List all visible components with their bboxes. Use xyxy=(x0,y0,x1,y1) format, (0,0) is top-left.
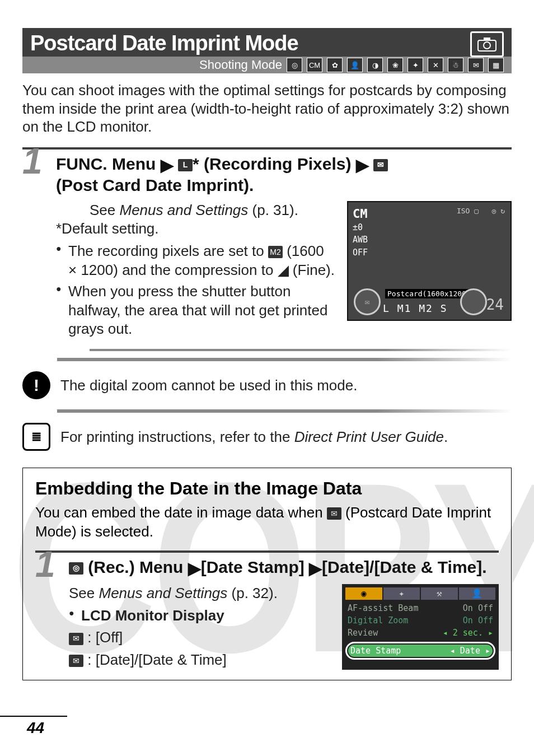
text: (p. 31). xyxy=(248,202,298,218)
arrow-icon: ▶ xyxy=(309,558,322,578)
info-icon: ≣ xyxy=(22,423,50,451)
postcard-icon: ✉ xyxy=(327,507,341,520)
arrow-icon: ▶ xyxy=(161,155,174,175)
warning-text: The digital zoom cannot be used in this … xyxy=(60,377,512,394)
lcd-count: 24 xyxy=(486,296,504,313)
postcard-date-icon: ✉ xyxy=(69,655,83,667)
text: [Date]/[Date & Time]. xyxy=(322,558,487,576)
mode-icon: ✕ xyxy=(428,58,443,72)
text: The recording pixels are set to xyxy=(68,242,268,259)
arrow-icon: ▶ xyxy=(356,155,369,175)
direct-print-guide-ref: Direct Print User Guide xyxy=(294,428,444,445)
menu-row: AF-assist BeamOn Off xyxy=(345,602,495,614)
off-option: : [Off] xyxy=(87,629,123,646)
highlight-circle-icon xyxy=(460,288,487,315)
highlight-circle-icon: ✉ xyxy=(354,288,381,315)
text: See xyxy=(69,585,99,601)
postcard-icon: ✉ xyxy=(69,633,83,645)
menu-screen: ◉ ✦ ⚒ 👤 AF-assist BeamOn Off Digital Zoo… xyxy=(342,584,499,670)
text: . xyxy=(444,428,448,445)
lcd-left-indicators: ±0 AWB OFF xyxy=(353,221,368,259)
menu-highlight: Date Stamp◂ Date ▸ xyxy=(345,642,495,660)
step-heading: ◎ (Rec.) Menu ▶[Date Stamp] ▶[Date]/[Dat… xyxy=(69,557,499,578)
menus-settings-ref: Menus and Settings xyxy=(99,585,228,601)
m2-icon: M2 xyxy=(268,246,283,258)
svg-rect-1 xyxy=(484,38,490,41)
warning-icon: ! xyxy=(22,371,50,399)
text: FUNC. Menu xyxy=(56,155,156,173)
arrow-icon: ▶ xyxy=(188,558,201,578)
text: (Rec.) Menu xyxy=(83,558,183,576)
menu-tab: ⚒ xyxy=(421,587,458,600)
divider xyxy=(57,409,512,413)
mode-icon: ▦ xyxy=(488,58,504,72)
page-number: 44 xyxy=(27,719,44,737)
mode-icon: ◎ xyxy=(287,58,302,72)
menu-row: Review◂ 2 sec. ▸ xyxy=(345,627,495,639)
step-number: 1 xyxy=(22,141,43,182)
text: You can embed the date in image data whe… xyxy=(35,504,327,521)
lcd-resolution-label: Postcard(1600x1200) xyxy=(385,289,473,298)
shooting-mode-label: Shooting Mode xyxy=(199,58,282,72)
info-note: ≣ For printing instructions, refer to th… xyxy=(22,423,512,451)
step-number: 1 xyxy=(35,544,55,585)
text: (p. 32). xyxy=(227,585,278,601)
bullet-1: The recording pixels are set to M2 (1600… xyxy=(56,242,336,280)
lcd-preview: CM ISO ▢ ◎ ↻ ±0 AWB OFF Postcard(1600x12… xyxy=(347,201,512,321)
text: For printing instructions, refer to the xyxy=(60,428,294,445)
divider xyxy=(57,358,512,361)
embedding-section: Embedding the Date in the Image Data You… xyxy=(22,468,512,680)
menu-tab: ✦ xyxy=(383,587,420,600)
menu-row-selected: Date Stamp◂ Date ▸ xyxy=(348,645,493,657)
text: [Date Stamp] xyxy=(201,558,305,576)
mode-icon: ☃ xyxy=(448,58,463,72)
step-body-text: See Menus and Settings (p. 31). *Default… xyxy=(56,201,336,343)
mode-icon: ❀ xyxy=(387,58,403,72)
mode-icon: ✉ xyxy=(468,58,484,72)
text: (Fine). xyxy=(293,262,335,278)
menu-tab: 👤 xyxy=(459,587,496,600)
mode-icon: ◑ xyxy=(367,58,383,72)
shooting-mode-row: Shooting Mode ◎ CM ✿ 👤 ◑ ❀ ✦ ✕ ☃ ✉ ▦ xyxy=(22,57,512,73)
step-1: 1 FUNC. Menu ▶ L* (Recording Pixels) ▶ ✉… xyxy=(22,147,512,352)
warning-note: ! The digital zoom cannot be used in thi… xyxy=(22,371,512,399)
page-title: Postcard Date Imprint Mode xyxy=(30,31,504,55)
date-option: : [Date]/[Date & Time] xyxy=(87,651,227,668)
text: (Post Card Date Imprint). xyxy=(56,176,254,194)
lcd-size-options: L M1 M2 S xyxy=(383,302,448,314)
postcard-icon: ✉ xyxy=(373,159,388,171)
title-bar: Postcard Date Imprint Mode xyxy=(22,28,512,57)
embed-title: Embedding the Date in the Image Data xyxy=(35,478,499,499)
svg-point-2 xyxy=(484,42,490,49)
text: LCD Monitor Display xyxy=(81,607,224,624)
L-icon: L xyxy=(178,159,193,171)
text: * (Recording Pixels) xyxy=(193,155,351,173)
camera-icon xyxy=(470,31,504,57)
menus-settings-ref: Menus and Settings xyxy=(120,202,249,218)
text: See xyxy=(90,202,120,218)
divider xyxy=(90,349,512,351)
menu-tab-rec: ◉ xyxy=(345,587,382,600)
embed-intro: You can embed the date in image data whe… xyxy=(35,503,499,542)
lcd-top-right: ISO ▢ ◎ ↻ xyxy=(457,207,505,215)
lcd-display-heading: LCD Monitor Display xyxy=(69,606,331,626)
info-text: For printing instructions, refer to the … xyxy=(60,428,512,446)
fine-icon: ◢ xyxy=(278,262,293,278)
camera-icon: ◎ xyxy=(69,562,83,575)
menu-row-disabled: Digital ZoomOn Off xyxy=(345,614,495,627)
step-body-text: See Menus and Settings (p. 32). LCD Moni… xyxy=(69,584,331,670)
embed-step-1: 1 ◎ (Rec.) Menu ▶[Date Stamp] ▶[Date]/[D… xyxy=(35,550,499,670)
mode-icon: 👤 xyxy=(347,58,363,72)
page-number-rule xyxy=(0,716,67,717)
mode-icon: ✦ xyxy=(407,58,423,72)
mode-icon: ✿ xyxy=(327,58,343,72)
step-heading: FUNC. Menu ▶ L* (Recording Pixels) ▶ ✉ (… xyxy=(56,154,512,195)
default-note: *Default setting. xyxy=(56,220,336,239)
lcd-mode: CM xyxy=(353,207,368,221)
mode-icon: CM xyxy=(307,58,322,72)
intro-text: You can shoot images with the optimal se… xyxy=(22,81,512,136)
menu-row xyxy=(345,639,495,641)
bullet-2: When you press the shutter button halfwa… xyxy=(56,282,336,339)
